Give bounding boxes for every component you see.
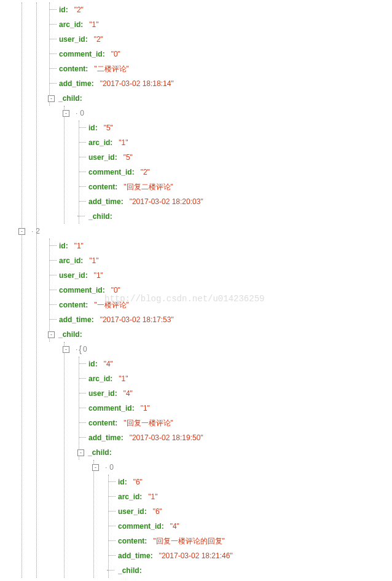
collapse-toggle-icon[interactable]: - [63, 346, 69, 353]
tree-field-row: user_id : "1" [0, 268, 392, 283]
child-key: _child [88, 448, 109, 457]
field-key: arc_id [118, 492, 139, 501]
field-value: "4" [170, 522, 179, 531]
field-value: "1" [94, 271, 103, 280]
field-key: arc_id [88, 138, 110, 147]
field-key: content [59, 65, 85, 73]
field-key: add_time [118, 551, 151, 560]
field-key: comment_id [88, 168, 132, 176]
node-index: 0 [83, 345, 87, 354]
tree-field-row: id : "5" [0, 121, 392, 135]
tree-field-row: arc_id : "1" [0, 253, 392, 268]
field-key: arc_id [88, 374, 110, 383]
object-index-row[interactable]: -·{ 0 [0, 342, 392, 357]
field-value: "1" [119, 374, 128, 383]
child-array: -·{ 0id : "4"arc_id : "1"user_id : "4"co… [0, 342, 392, 578]
field-value: "2017-03-02 18:21:46" [159, 551, 233, 560]
tree-field-row: id : "1" [0, 239, 392, 253]
top-object: id : "1"arc_id : "1"user_id : "1"comment… [0, 239, 392, 578]
tree-field-row: comment_id : "1" [0, 401, 392, 416]
tree-field-row: arc_id : "1" [0, 17, 392, 32]
tree-field-row: arc_id : "1" [0, 489, 392, 504]
field-value: "2017-03-02 18:19:50" [130, 433, 203, 442]
collapse-toggle-icon[interactable]: - [48, 331, 55, 338]
child-key-row[interactable]: -_child : [0, 445, 392, 460]
field-key: content [88, 419, 115, 427]
tree-field-row: content : "回复一楼评论" [0, 416, 392, 430]
field-key: id [88, 124, 95, 132]
tree-field-row: arc_id : "1" [0, 371, 392, 386]
object-children: id : "4"arc_id : "1"user_id : "4"comment… [0, 357, 392, 460]
field-value: "0" [111, 50, 120, 58]
child-key: _child [118, 566, 139, 575]
field-value: "0" [111, 286, 120, 294]
tree-field-row: id : "4" [0, 357, 392, 371]
field-value: "1" [89, 256, 98, 265]
field-key: id [59, 242, 66, 250]
tree-field-row: add_time : "2017-03-02 18:17:53" [0, 312, 392, 327]
node-index: 2 [36, 227, 40, 235]
field-key: id [88, 360, 95, 368]
field-value: "4" [104, 360, 113, 368]
collapse-toggle-icon[interactable]: - [77, 449, 84, 456]
field-value: "回复一楼评论" [123, 418, 173, 429]
field-key: user_id [59, 271, 85, 280]
field-value: "1" [141, 404, 150, 413]
top-index-row[interactable]: -· 2 [0, 224, 392, 239]
field-value: "1" [89, 20, 98, 29]
field-key: add_time [88, 197, 121, 206]
field-value: "2" [94, 35, 103, 44]
tree-field-row: comment_id : "2" [0, 165, 392, 180]
field-value: "回复二楼评论" [123, 182, 173, 192]
field-value: "6" [133, 478, 143, 486]
tree-field-row: user_id : "6" [0, 504, 392, 519]
field-value: "1" [119, 138, 128, 147]
field-value: "6" [153, 507, 162, 516]
tree-field-row: add_time : "2017-03-02 18:19:50" [0, 430, 392, 445]
top-object: id : "2"arc_id : "1"user_id : "2"comment… [0, 2, 392, 224]
child-key-row[interactable]: -_child : [0, 91, 392, 106]
object-index-row[interactable]: -· 0 [0, 106, 392, 121]
field-key: id [118, 478, 125, 486]
tree-field-row: user_id : "4" [0, 386, 392, 401]
child-key-row[interactable]: _child : [0, 563, 392, 578]
field-key: arc_id [59, 20, 80, 29]
child-key-row[interactable]: _child : [0, 209, 392, 224]
field-key: id [59, 6, 66, 14]
collapse-toggle-icon[interactable]: - [63, 110, 69, 117]
field-key: user_id [88, 389, 115, 398]
field-value: "2" [74, 6, 84, 14]
node-index: 0 [109, 463, 114, 472]
field-value: "4" [123, 389, 133, 398]
field-key: add_time [59, 315, 92, 324]
object-index-row[interactable]: -· 0 [0, 460, 392, 475]
tree-field-row: comment_id : "0" [0, 283, 392, 298]
child-array: -· 0id : "6"arc_id : "1"user_id : "6"com… [0, 460, 392, 578]
collapse-toggle-icon[interactable]: - [18, 228, 25, 235]
field-key: add_time [59, 79, 92, 88]
field-key: content [59, 301, 85, 309]
child-key: _child [88, 212, 110, 221]
field-value: "2017-03-02 18:18:14" [100, 79, 174, 88]
field-value: "5" [104, 124, 113, 132]
collapse-toggle-icon[interactable]: - [92, 464, 99, 471]
field-key: user_id [88, 153, 115, 162]
field-key: user_id [118, 507, 144, 516]
tree-field-row: add_time : "2017-03-02 18:18:14" [0, 76, 392, 91]
tree-field-row: user_id : "2" [0, 32, 392, 47]
field-value: "2017-03-02 18:20:03" [130, 197, 203, 206]
field-value: "2017-03-02 18:17:53" [100, 315, 174, 324]
collapse-toggle-icon[interactable]: - [48, 95, 55, 102]
tree-field-row: arc_id : "1" [0, 135, 392, 150]
field-key: comment_id [118, 522, 162, 531]
tree-field-row: add_time : "2017-03-02 18:20:03" [0, 194, 392, 209]
tree-field-row: content : "回复二楼评论" [0, 180, 392, 194]
child-key: _child [58, 330, 80, 339]
field-key: content [88, 183, 115, 191]
child-key-row[interactable]: -_child : [0, 327, 392, 342]
field-value: "一楼评论" [94, 300, 129, 310]
node-index: 0 [80, 109, 84, 117]
field-key: content [118, 537, 144, 545]
field-key: user_id [59, 35, 85, 44]
field-value: "5" [123, 153, 133, 162]
